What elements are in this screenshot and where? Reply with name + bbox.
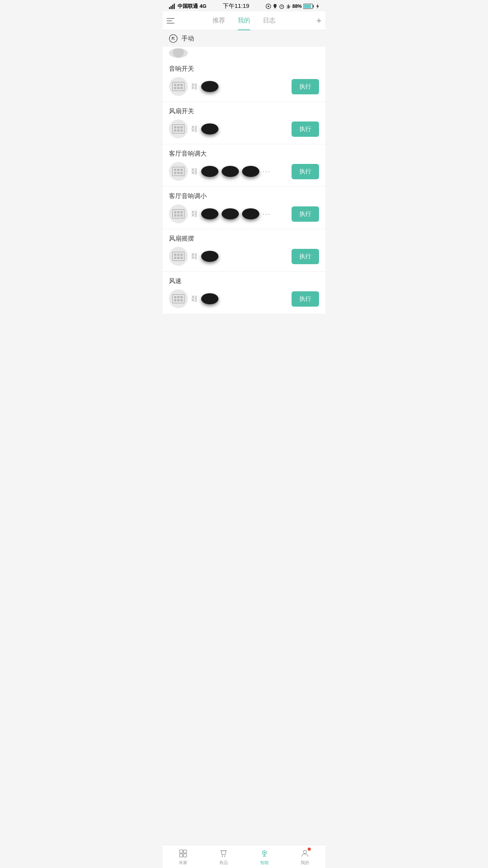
device-puck-6a [201,293,218,304]
main-content: 手动 音响开关 ⛓ 执行 [163,30,325,338]
svg-point-5 [268,6,269,7]
tab-tuijian[interactable]: 推荐 [213,11,225,30]
execute-button-1[interactable]: 执行 [292,79,319,94]
scene-icon-5 [169,247,188,266]
signal-icon [169,4,176,9]
link-icon-3: ⛓ [191,167,198,176]
scene-icon-3 [169,162,188,181]
scene-title-1: 音响开关 [169,65,319,73]
device-puck-4b [222,208,239,219]
scene-icon-1 [169,77,188,96]
svg-line-8 [282,7,283,7]
device-puck-3c [242,166,259,177]
link-icon-6: ⛓ [191,295,198,303]
menu-icon[interactable] [167,18,181,24]
execute-button-3[interactable]: 执行 [292,164,319,179]
scene-icon-grid-6 [172,294,185,303]
battery-percent: 88% [292,4,302,9]
scene-devices-5: ⛓ [169,247,288,266]
scene-devices-3: ⛓ ··· [169,162,288,181]
nav-tabs: 推荐 我的 日志 [181,11,307,30]
status-right: 88% [266,4,319,9]
device-puck-2a [201,123,218,134]
scene-title-3: 客厅音响调大 [169,150,319,158]
battery-icon [303,4,314,9]
scene-title-5: 风扇摇摆 [169,235,319,243]
device-puck-5a [201,251,218,262]
device-puck-3a [201,166,218,177]
bluetooth-icon [286,4,291,9]
scene-icon-grid-2 [172,124,185,134]
lock-icon [266,4,271,9]
scene-item-fengshan-yaobai: 风扇摇摆 ⛓ 执行 [163,229,325,272]
nav-bar: 推荐 我的 日志 + [163,11,325,30]
status-bar: 中国联通 4G 下午11:19 88% [163,0,325,11]
scene-item-keting-da: 客厅音响调大 ⛓ ··· 执行 [163,144,325,187]
manual-cursor-icon [169,34,178,43]
execute-button-6[interactable]: 执行 [292,291,319,307]
manual-section-header: 手动 [163,30,325,47]
location-icon [273,4,277,9]
scene-devices-1: ⛓ [169,77,288,96]
execute-button-2[interactable]: 执行 [292,121,319,137]
device-puck-4c [242,208,259,219]
scene-title-2: 风扇开关 [169,107,319,116]
scene-icon-6 [169,289,188,308]
manual-section-title: 手动 [182,35,194,43]
scene-item-fengshan-kaiguan: 风扇开关 ⛓ 执行 [163,102,325,144]
avatar-partial [169,48,188,58]
scene-row-4: ⛓ ··· 执行 [169,204,319,223]
status-left: 中国联通 4G [169,3,206,10]
scene-row-1: ⛓ 执行 [169,77,319,96]
tab-rizhi[interactable]: 日志 [263,11,275,30]
scene-devices-2: ⛓ [169,120,288,138]
scene-item-yinxiang-kaiguan: 音响开关 ⛓ 执行 [163,59,325,102]
device-puck-3b [222,166,239,177]
scene-icon-2 [169,120,188,138]
scene-item-fengsu: 风速 ⛓ 执行 [163,272,325,314]
charging-icon [316,4,319,9]
more-dots-4: ··· [262,210,271,218]
scene-icon-grid-3 [172,167,185,176]
svg-rect-10 [313,5,314,7]
device-puck-1a [201,81,218,92]
scene-devices-6: ⛓ [169,289,288,308]
scene-item-keting-xiao: 客厅音响调小 ⛓ ··· 执行 [163,187,325,229]
alarm-icon [279,4,284,9]
network-type: 4G [200,3,206,9]
link-icon-4: ⛓ [191,210,198,218]
scene-title-6: 风速 [169,277,319,285]
svg-rect-0 [169,7,170,9]
svg-rect-2 [172,5,173,9]
link-icon-5: ⛓ [191,252,198,261]
link-icon-1: ⛓ [191,83,198,91]
add-button[interactable]: + [307,16,321,26]
scene-icon-grid-1 [172,82,185,91]
scene-icon-grid-4 [172,209,185,219]
execute-button-4[interactable]: 执行 [292,206,319,222]
scene-title-4: 客厅音响调小 [169,192,319,200]
more-dots-3: ··· [262,167,271,176]
time-display: 下午11:19 [223,2,250,10]
tab-wode[interactable]: 我的 [238,11,250,30]
execute-button-5[interactable]: 执行 [292,249,319,264]
svg-rect-3 [174,4,175,9]
scene-icon-grid-5 [172,252,185,261]
scene-row-5: ⛓ 执行 [169,247,319,266]
scenes-list: 音响开关 ⛓ 执行 风扇开关 [163,59,325,314]
scene-row-2: ⛓ 执行 [169,120,319,138]
carrier-label: 中国联通 [178,3,198,10]
device-puck-4a [201,208,218,219]
scene-row-3: ⛓ ··· 执行 [169,162,319,181]
svg-rect-1 [171,6,172,9]
link-icon-2: ⛓ [191,125,198,133]
scene-devices-4: ⛓ ··· [169,204,288,223]
scene-icon-4 [169,204,188,223]
scene-row-6: ⛓ 执行 [169,289,319,308]
svg-rect-11 [304,4,311,8]
